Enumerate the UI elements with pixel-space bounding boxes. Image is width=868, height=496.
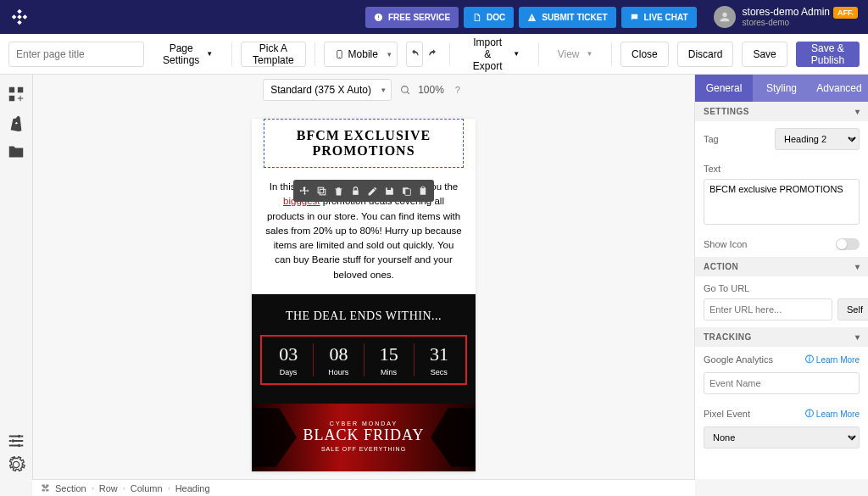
pixel-label: Pixel Event <box>704 409 750 419</box>
text-input[interactable]: BFCM exclusive PROMOTIONS <box>704 179 860 225</box>
paste-icon[interactable] <box>415 183 431 198</box>
svg-rect-6 <box>320 189 326 195</box>
tab-general[interactable]: General <box>695 75 753 102</box>
pixel-learn-more[interactable]: ⓘLearn More <box>805 408 860 420</box>
deal-title: THE DEAL ENDS WITHIN... <box>260 309 467 323</box>
target-select[interactable]: Self <box>837 298 868 320</box>
page-title-input[interactable] <box>8 42 144 67</box>
show-icon-label: Show Icon <box>704 239 747 249</box>
section-action[interactable]: ACTION▾ <box>695 257 868 276</box>
crumb-section[interactable]: Section <box>55 483 86 493</box>
pick-template-button[interactable]: Pick A Template <box>241 42 306 67</box>
show-icon-toggle[interactable] <box>836 238 860 250</box>
import-export-button[interactable]: Import & Export▼ <box>459 42 530 67</box>
banner-sub: SALE OFF EVERYTHING <box>260 446 467 452</box>
duplicate-icon[interactable] <box>398 183 414 198</box>
svg-rect-7 <box>318 187 324 193</box>
live-chat-button[interactable]: LIVE CHAT <box>621 7 697 28</box>
counter-days: 03Days <box>264 343 314 376</box>
countdown-timer: 03Days 08Hours 15Mins 31Secs <box>260 335 467 385</box>
user-info: stores-demo AdminAFF. stores-demo <box>743 7 858 27</box>
page-settings-button[interactable]: Page Settings▼ <box>153 42 223 67</box>
element-toolbar <box>293 180 434 202</box>
view-button[interactable]: View▼ <box>548 42 604 67</box>
counter-mins: 15Mins <box>364 343 415 376</box>
doc-label: DOC <box>487 13 505 22</box>
banner-section[interactable]: CYBER MONDAY BLACK FRIDAY SALE OFF EVERY… <box>252 404 476 471</box>
user-store: stores-demo <box>743 18 858 27</box>
crumb-heading[interactable]: Heading <box>175 483 210 493</box>
collapse-icon: ▾ <box>855 107 860 116</box>
undo-icon <box>409 48 420 60</box>
svg-rect-12 <box>421 187 424 188</box>
counter-secs: 31Secs <box>415 343 464 376</box>
text-label: Text <box>704 164 721 174</box>
heading-element[interactable]: BFCM EXCLUSIVE PROMOTIONS <box>264 119 464 168</box>
gear-icon[interactable] <box>7 455 25 474</box>
delete-icon[interactable] <box>331 183 346 198</box>
save-block-icon[interactable] <box>381 183 397 198</box>
url-input[interactable] <box>704 298 832 320</box>
free-service-label: FREE SERVICE <box>388 13 450 22</box>
crumb-row[interactable]: Row <box>99 483 118 493</box>
panel-tabs: General Styling Advanced <box>695 75 868 102</box>
save-button[interactable]: Save <box>742 42 787 67</box>
tab-styling[interactable]: Styling <box>753 75 810 102</box>
pixel-select[interactable]: None <box>704 426 860 449</box>
svg-point-5 <box>402 86 409 92</box>
folder-icon[interactable] <box>7 142 25 161</box>
svg-rect-8 <box>353 190 359 194</box>
move-icon[interactable] <box>297 183 312 198</box>
live-chat-label: LIVE CHAT <box>644 13 688 22</box>
breadcrumb: Section› Row› Column› Heading <box>32 479 695 496</box>
add-element-icon[interactable] <box>7 85 25 103</box>
app-logo <box>10 8 29 26</box>
crumb-column[interactable]: Column <box>131 483 163 493</box>
zoom-value: 100% <box>418 84 444 96</box>
ga-learn-more[interactable]: ⓘLearn More <box>805 354 860 365</box>
user-menu[interactable]: stores-demo AdminAFF. stores-demo <box>714 6 858 28</box>
edit-icon[interactable] <box>364 183 380 198</box>
submit-ticket-button[interactable]: SUBMIT TICKET <box>519 7 615 28</box>
section-settings[interactable]: SETTINGS▾ <box>695 102 868 121</box>
undo-button[interactable] <box>406 42 423 67</box>
banner-overline: CYBER MONDAY <box>260 421 467 426</box>
tree-icon <box>41 483 50 493</box>
tag-select[interactable]: Heading 2 <box>775 128 860 150</box>
aff-badge: AFF. <box>833 7 858 19</box>
section-tracking[interactable]: TRACKING▾ <box>695 327 868 347</box>
svg-rect-10 <box>404 188 410 195</box>
ga-label: Google Analytics <box>704 354 773 365</box>
close-button[interactable]: Close <box>620 42 669 67</box>
ga-event-input[interactable] <box>704 372 860 394</box>
save-publish-button[interactable]: Save & Publish <box>796 42 860 67</box>
device-select[interactable]: Mobile <box>324 42 398 67</box>
countdown-section[interactable]: THE DEAL ENDS WITHIN... 03Days 08Hours 1… <box>252 294 476 404</box>
copy-icon[interactable] <box>314 183 329 198</box>
settings-sliders-icon[interactable] <box>7 432 25 450</box>
discard-button[interactable]: Discard <box>677 42 734 67</box>
properties-panel: General Styling Advanced SETTINGS▾ Tag H… <box>695 75 868 479</box>
tag-label: Tag <box>704 134 719 144</box>
svg-point-1 <box>339 56 340 57</box>
svg-point-2 <box>18 435 21 438</box>
svg-point-4 <box>18 444 21 448</box>
zoom-icon[interactable] <box>400 85 411 96</box>
redo-button[interactable] <box>425 42 441 67</box>
user-name: stores-demo Admin <box>743 6 830 18</box>
stage-controls: Standard (375 X Auto) 100% ? <box>33 75 694 105</box>
tab-advanced[interactable]: Advanced <box>810 75 868 102</box>
free-service-button[interactable]: FREE SERVICE <box>365 7 459 28</box>
svg-point-3 <box>12 439 15 443</box>
mobile-canvas[interactable]: BFCM EXCLUSIVE PROMOTIONS In this BFCM, … <box>252 119 476 471</box>
editor-toolbar: Page Settings▼ Pick A Template Mobile Im… <box>0 34 868 75</box>
help-icon[interactable]: ? <box>451 83 465 97</box>
collapse-icon: ▾ <box>855 332 860 342</box>
shopify-icon[interactable] <box>7 114 25 132</box>
top-navbar: FREE SERVICE DOC SUBMIT TICKET LIVE CHAT… <box>0 0 868 34</box>
collapse-icon: ▾ <box>855 262 860 271</box>
viewport-select[interactable]: Standard (375 X Auto) <box>263 79 392 101</box>
redo-icon <box>427 48 439 60</box>
doc-button[interactable]: DOC <box>464 7 514 28</box>
lock-icon[interactable] <box>348 183 363 198</box>
